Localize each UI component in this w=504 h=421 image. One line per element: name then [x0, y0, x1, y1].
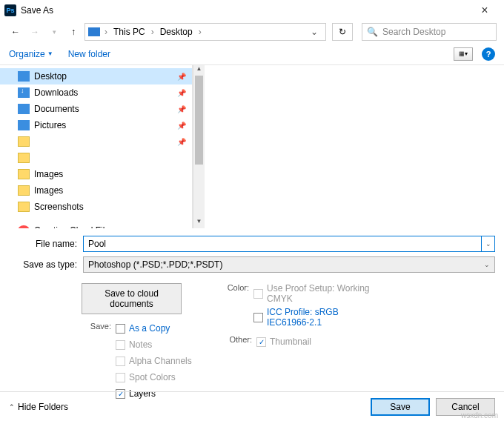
pics-icon: [18, 120, 30, 130]
recent-dropdown[interactable]: ▾: [46, 24, 62, 40]
breadcrumb-desktop[interactable]: Desktop: [157, 25, 196, 39]
alpha-label: Alpha Channels: [129, 356, 192, 366]
tree-item-label: Images: [34, 169, 63, 179]
tree-item[interactable]: Desktop 📌: [0, 68, 192, 84]
chevron-down-icon: ▼: [47, 50, 53, 57]
dialog-footer: ⌃ Hide Folders Save Cancel: [0, 391, 504, 421]
tree-item-label: Downloads: [34, 87, 78, 98]
download-icon: [18, 87, 30, 98]
search-icon: 🔍: [367, 27, 378, 37]
spot-checkbox: [116, 373, 125, 382]
new-folder-button[interactable]: New folder: [68, 49, 110, 59]
folder-icon: [18, 136, 30, 147]
filename-dropdown[interactable]: ⌄: [482, 236, 495, 252]
as-a-copy-checkbox[interactable]: [116, 324, 125, 334]
forward-button[interactable]: →: [27, 24, 43, 40]
notes-checkbox: [116, 340, 125, 350]
icc-profile-label[interactable]: ICC Profile: sRGB IEC61966-2.1: [267, 307, 371, 328]
navigation-bar: ← → ▾ ↑ › This PC › Desktop › ⌄ ↻ 🔍 Sear…: [0, 21, 504, 43]
hide-folders-label: Hide Folders: [18, 402, 68, 412]
filename-label: File name:: [9, 239, 83, 249]
tree-item[interactable]: Images: [0, 182, 192, 199]
chevron-right-icon[interactable]: ›: [103, 27, 109, 37]
chevron-up-icon: ⌃: [9, 403, 15, 411]
filename-input[interactable]: [83, 236, 482, 252]
hide-folders-toggle[interactable]: ⌃ Hide Folders: [9, 402, 68, 412]
save-button[interactable]: Save: [371, 398, 430, 416]
tree-item[interactable]: Screenshots: [0, 199, 192, 215]
tree-item[interactable]: Documents 📌: [0, 101, 192, 117]
thumbnail-label: Thumbnail: [270, 337, 311, 347]
save-options: Save to cloud documents Save: As a Copy …: [0, 280, 504, 406]
close-button[interactable]: ×: [470, 4, 500, 17]
tree-item[interactable]: 📌: [0, 133, 192, 150]
savetype-select[interactable]: Photoshop (*.PSD;*.PDD;*.PSDT) ⌄: [83, 256, 495, 273]
proof-setup-label: Use Proof Setup: Working CMYK: [267, 283, 371, 304]
as-a-copy-label[interactable]: As a Copy: [129, 323, 170, 334]
pc-icon: [88, 27, 100, 36]
chevron-down-icon: ⌄: [484, 261, 490, 268]
up-button[interactable]: ↑: [65, 24, 82, 40]
tree-item-label: Images: [34, 185, 63, 196]
save-label: Save:: [82, 322, 111, 331]
file-fields: File name: ⌄ Save as type: Photoshop (*.…: [0, 228, 504, 280]
main-area: Desktop 📌 Downloads 📌 Documents 📌 Pictur…: [0, 65, 504, 228]
desktop-icon: [18, 71, 30, 82]
tree-item[interactable]: [0, 150, 192, 166]
tree-scrollbar[interactable]: ▲ ▼: [193, 65, 205, 228]
save-to-cloud-button[interactable]: Save to cloud documents: [82, 283, 182, 314]
file-list[interactable]: [205, 65, 504, 228]
tree-item[interactable]: Creative Cloud Files: [0, 222, 192, 228]
scroll-thumb[interactable]: [195, 76, 203, 165]
toolbar: Organize ▼ New folder ▦▾ ?: [0, 43, 504, 65]
back-button[interactable]: ←: [7, 24, 24, 40]
pin-icon: 📌: [177, 138, 186, 146]
tree-item-label: Screenshots: [34, 202, 84, 212]
tree-item[interactable]: Images: [0, 166, 192, 182]
scroll-down-icon[interactable]: ▼: [193, 218, 205, 228]
pin-icon: 📌: [177, 73, 186, 81]
watermark: wsxdn.com: [461, 411, 498, 420]
search-placeholder: Search Desktop: [382, 27, 445, 37]
tree-item-label: Desktop: [34, 71, 67, 82]
refresh-button[interactable]: ↻: [332, 23, 353, 41]
help-button[interactable]: ?: [482, 47, 495, 61]
thumbnail-checkbox: [256, 337, 266, 347]
folder-icon: [18, 169, 30, 179]
other-label: Other:: [222, 335, 252, 344]
icc-profile-checkbox[interactable]: [253, 313, 263, 322]
savetype-label: Save as type:: [9, 259, 83, 270]
tree-item[interactable]: Pictures 📌: [0, 117, 192, 133]
tree-item-label: Documents: [34, 104, 79, 114]
pin-icon: 📌: [177, 122, 186, 130]
savetype-value: Photoshop (*.PSD;*.PDD;*.PSDT): [88, 259, 222, 270]
pin-icon: 📌: [177, 89, 186, 97]
scroll-up-icon[interactable]: ▲: [193, 65, 205, 76]
breadcrumb-this-pc[interactable]: This PC: [110, 25, 148, 39]
folder-icon: [18, 202, 30, 212]
organize-menu[interactable]: Organize ▼: [9, 49, 53, 59]
address-bar[interactable]: › This PC › Desktop › ⌄: [84, 23, 326, 41]
spot-label: Spot Colors: [129, 372, 176, 382]
pin-icon: 📌: [177, 105, 186, 113]
photoshop-icon: Ps: [4, 4, 16, 16]
folder-icon: [18, 185, 30, 196]
folder-icon: [18, 153, 30, 163]
folder-tree[interactable]: Desktop 📌 Downloads 📌 Documents 📌 Pictur…: [0, 65, 193, 228]
tree-item-label: Creative Cloud Files: [34, 225, 114, 228]
cc-icon: [18, 225, 30, 228]
chevron-right-icon[interactable]: ›: [197, 27, 203, 37]
title-bar: Ps Save As ×: [0, 0, 504, 21]
search-input[interactable]: 🔍 Search Desktop: [362, 23, 497, 41]
tree-item[interactable]: Downloads 📌: [0, 84, 192, 101]
tree-item-label: Pictures: [34, 120, 66, 130]
address-dropdown[interactable]: ⌄: [306, 27, 322, 37]
proof-setup-checkbox: [253, 289, 263, 299]
notes-label: Notes: [129, 339, 152, 350]
color-label: Color:: [222, 283, 249, 292]
view-options-button[interactable]: ▦▾: [454, 47, 473, 61]
docs-icon: [18, 104, 30, 114]
chevron-right-icon[interactable]: ›: [150, 27, 156, 37]
alpha-checkbox: [116, 357, 125, 366]
window-title: Save As: [21, 5, 53, 16]
